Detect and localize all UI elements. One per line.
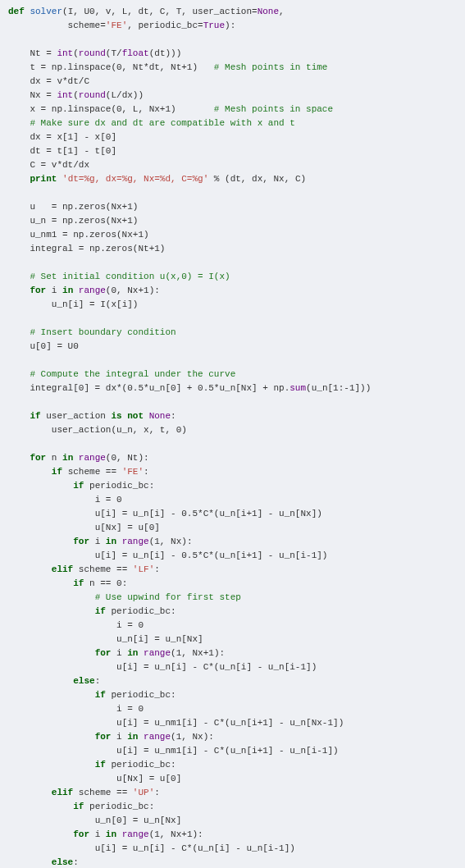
code-token-kw: is not — [111, 411, 144, 421]
code-token-kw: for — [30, 286, 46, 295]
code-token-kw: if — [95, 606, 106, 616]
code-token-kw: for — [95, 648, 112, 658]
code-token: (u_n[1:-1])) — [306, 383, 371, 393]
code-token: (L/dx)) — [106, 90, 144, 100]
code-token-kw: def — [8, 7, 25, 16]
code-token-cmt: # Make sure dx and dt are compatible wit… — [30, 118, 294, 128]
code-token: u[0] = U0 — [30, 341, 78, 351]
code-token-kw: if — [30, 411, 40, 421]
code-token: u[i] = u_n[i] - C*(u_n[i] - u_n[i-1]) — [116, 662, 317, 672]
code-token-bi: range — [122, 537, 149, 546]
code-token: ( — [73, 90, 79, 100]
code-token-cmt: # Insert boundary condition — [30, 327, 176, 337]
code-token-kw: else — [73, 676, 94, 686]
code-token: : — [154, 564, 160, 574]
code-token: : — [171, 411, 176, 421]
code-token: u[Nx] = u[0] — [95, 523, 160, 532]
code-token: Nx = — [30, 90, 57, 100]
code-token-kw: if — [52, 467, 62, 477]
code-token-kw: for — [73, 537, 89, 546]
code-token: n == 0: — [89, 578, 127, 588]
code-token-kw: in — [106, 537, 116, 546]
code-token: : — [144, 467, 149, 477]
code-token: % (dt, dx, Nx, C) — [208, 174, 306, 184]
code-token: (1, Nx+1): — [171, 648, 225, 658]
code-token-kw: for — [95, 732, 112, 742]
code-token-kw: for — [30, 453, 46, 463]
code-token-str: 'FE' — [106, 21, 127, 30]
code-token: C = v*dt/dx — [30, 160, 89, 170]
code-token: u[i] = u_n[i] - 0.5*C*(u_n[i+1] - u_n[Nx… — [95, 509, 322, 519]
code-token-cmt: # Use upwind for first step — [95, 592, 241, 602]
code-token-kw: if — [73, 578, 84, 588]
code-token: u_n[i] = u_n[Nx] — [116, 634, 203, 644]
code-token-bi: int — [57, 48, 73, 58]
code-token: i = 0 — [95, 495, 122, 505]
code-token-kw: in — [127, 648, 138, 658]
code-token: i — [116, 732, 127, 742]
code-token: periodic_bc: — [89, 802, 154, 811]
code-token: i — [95, 537, 106, 546]
code-token-bi: None — [149, 411, 171, 421]
code-token-cmt: # Mesh points in space — [214, 104, 333, 114]
code-token: periodic_bc: — [111, 606, 176, 616]
code-token: (1, Nx): — [171, 732, 214, 742]
code-token-bi: range — [144, 648, 171, 658]
code-token-kw: in — [62, 453, 73, 463]
code-token-fn: solver — [30, 7, 62, 16]
code-token: i — [116, 648, 127, 658]
code-token-kw: if — [95, 760, 106, 770]
code-token: x = np.linspace(0, L, Nx+1) — [30, 104, 213, 114]
code-token: ( — [73, 48, 79, 58]
code-token-kw: if — [95, 690, 106, 700]
code-token-bi: range — [79, 286, 106, 295]
code-token-kw: if — [73, 481, 84, 491]
code-token-cmt: # Compute the integral under the curve — [30, 369, 235, 379]
code-lines: def solver(I, U0, v, L, dt, C, T, user_a… — [8, 5, 457, 868]
code-token: (0, Nt): — [106, 453, 149, 463]
code-token-bi: sum — [289, 383, 306, 393]
code-token: user_action(u_n, x, t, 0) — [52, 425, 187, 435]
code-token: (0, Nx+1): — [106, 286, 160, 295]
code-token-bi: round — [79, 90, 106, 100]
code-token-cmt: # Set initial condition u(x,0) = I(x) — [30, 272, 230, 281]
code-token: , periodic_bc= — [127, 21, 203, 30]
code-token: scheme == — [68, 467, 122, 477]
code-token: (dt))) — [149, 48, 182, 58]
code-token: (1, Nx+1): — [149, 829, 203, 839]
code-token: u = np.zeros(Nx+1) — [30, 202, 138, 212]
code-token: i = 0 — [116, 620, 144, 630]
code-token: periodic_bc: — [111, 690, 176, 700]
code-token-bi: range — [144, 732, 171, 742]
code-token-str: 'dt=%g, dx=%g, Nx=%d, C=%g' — [62, 174, 208, 184]
code-token: i = 0 — [116, 704, 144, 714]
code-token: t = np.linspace(0, Nt*dt, Nt+1) — [30, 62, 213, 72]
code-token: dx = x[1] - x[0] — [30, 132, 116, 142]
code-token: scheme == — [79, 788, 133, 797]
code-token: n — [52, 453, 62, 463]
code-token-str: 'FE' — [122, 467, 144, 477]
code-token: u[i] = u_n[i] - C*(u_n[i] - u_n[i-1]) — [95, 843, 295, 853]
code-token-bi: round — [79, 48, 106, 58]
code-token: (I, U0, v, L, dt, C, T, user_action= — [62, 7, 258, 16]
code-token: u_n[i] = I(x[i]) — [52, 299, 139, 309]
code-token-bi: float — [122, 48, 149, 58]
code-token: dt = t[1] - t[0] — [30, 146, 116, 156]
code-token: periodic_bc: — [89, 481, 154, 491]
code-token: i — [52, 286, 62, 295]
code-token: (1, Nx): — [149, 537, 193, 546]
code-token: integral = np.zeros(Nt+1) — [30, 244, 165, 254]
code-token-kw: in — [62, 286, 73, 295]
code-token: , — [279, 7, 285, 16]
code-block: def solver(I, U0, v, L, dt, C, T, user_a… — [0, 0, 465, 868]
code-token: u[i] = u_n[i] - 0.5*C*(u_n[i+1] - u_n[i-… — [95, 550, 328, 560]
code-token-kw: elif — [52, 564, 73, 574]
code-token-kw: in — [106, 829, 116, 839]
code-token-str: 'UP' — [133, 788, 154, 797]
code-token: u_n[0] = u_n[Nx] — [95, 815, 182, 825]
code-token: Nt = — [30, 48, 57, 58]
code-token-kw: elif — [52, 788, 73, 797]
code-token-cmt: # Mesh points in time — [214, 62, 328, 72]
code-token-kw: else — [52, 857, 73, 867]
code-token-bi: range — [79, 453, 106, 463]
